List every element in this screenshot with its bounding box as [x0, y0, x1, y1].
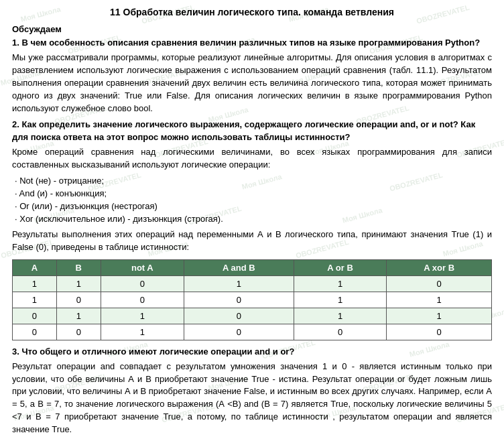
table-cell: 0	[13, 324, 57, 340]
col-header-AorB: A or B	[294, 259, 387, 275]
question-1: 1. В чем особенность описания сравнения …	[12, 37, 492, 49]
question-3: 3. Что общего и отличного имеют логическ…	[12, 346, 492, 358]
truth-table-container: A B not A A and B A or B A xor B 1101101…	[12, 259, 492, 340]
table-row: 011011	[13, 308, 492, 324]
list-item-or: · Or (или) - дизъюнкция (нестрогая)	[15, 200, 492, 213]
table-cell: 1	[13, 292, 57, 308]
col-header-notA: not A	[101, 259, 184, 275]
table-cell: 0	[101, 275, 184, 292]
table-cell: 1	[387, 308, 492, 324]
table-cell: 1	[13, 275, 57, 292]
table-row: 100011	[13, 292, 492, 308]
list-item-xor: · Xor (исключительное или) - дизъюнкция …	[15, 213, 492, 226]
paragraph-2: Кроме операций сравнения над логическими…	[12, 146, 492, 172]
table-header-row: A B not A A and B A or B A xor B	[13, 259, 492, 275]
truth-table: A B not A A and B A or B A xor B 1101101…	[12, 259, 492, 340]
paragraph-3: Результаты выполнения этих операций над …	[12, 229, 492, 254]
table-cell: 0	[13, 308, 57, 324]
table-row: 110110	[13, 275, 492, 292]
table-cell: 0	[184, 308, 294, 324]
table-cell: 1	[56, 308, 101, 324]
col-header-B: B	[56, 259, 101, 275]
paragraph-1: Мы уже рассматривали программы, которые …	[12, 52, 492, 115]
table-cell: 1	[101, 308, 184, 324]
table-row: 001000	[13, 324, 492, 340]
list-item-and: · And (и) - конъюнкция;	[15, 188, 492, 200]
table-cell: 1	[184, 275, 294, 292]
table-cell: 0	[184, 324, 294, 340]
table-cell: 1	[294, 308, 387, 324]
table-cell: 1	[294, 292, 387, 308]
col-header-A: A	[13, 259, 57, 275]
list-item-not: · Not (не) - отрицание;	[15, 175, 492, 188]
table-cell: 0	[387, 275, 492, 292]
paragraph-4: Результат операции and совпадает с резул…	[12, 361, 492, 436]
table-cell: 1	[294, 275, 387, 292]
operations-list: · Not (не) - отрицание; · And (и) - конъ…	[12, 175, 492, 225]
table-cell: 0	[56, 292, 101, 308]
table-cell: 0	[56, 324, 101, 340]
table-cell: 0	[294, 324, 387, 340]
table-cell: 0	[387, 324, 492, 340]
question-2: 2. Как определить значение логического в…	[12, 119, 492, 143]
table-cell: 0	[184, 292, 294, 308]
page-title: 11 Обработка величин логического типа. к…	[12, 7, 492, 17]
discuss-label: Обсуждаем	[12, 24, 492, 34]
table-cell: 1	[56, 275, 101, 292]
col-header-AandB: A and B	[184, 259, 294, 275]
table-cell: 1	[387, 292, 492, 308]
table-cell: 1	[101, 324, 184, 340]
table-cell: 0	[101, 292, 184, 308]
col-header-AxorB: A xor B	[387, 259, 492, 275]
